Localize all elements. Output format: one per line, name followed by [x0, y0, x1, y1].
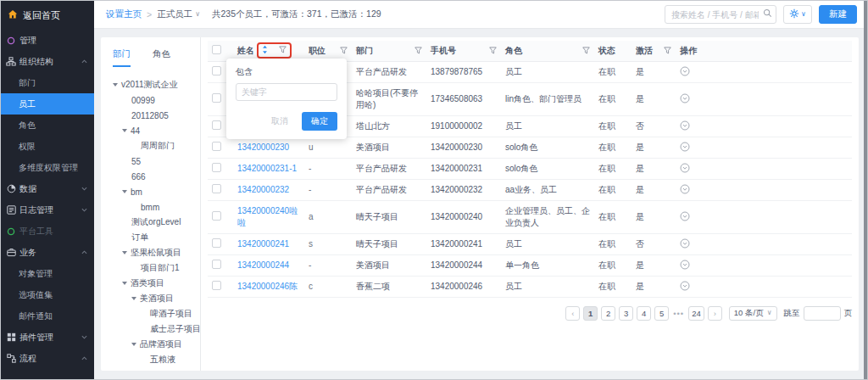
- row-actions-dropdown-icon[interactable]: [680, 283, 690, 293]
- sidebar-item-ring[interactable]: 平台工具: [1, 221, 94, 242]
- tree-node[interactable]: 44: [113, 123, 200, 138]
- sidebar-item-flow[interactable]: 流程: [1, 348, 94, 369]
- row-checkbox[interactable]: [212, 184, 221, 193]
- tree-node[interactable]: 坚果松鼠项目: [113, 245, 200, 260]
- tree-node[interactable]: 测试orgLevel: [113, 215, 200, 230]
- tree-node[interactable]: bm: [113, 184, 200, 199]
- row-actions-dropdown-icon[interactable]: [680, 187, 690, 196]
- tree-node[interactable]: 20112805: [113, 108, 200, 123]
- sidebar-item-sub[interactable]: 部门: [1, 72, 94, 93]
- sidebar-item-pie[interactable]: 数据: [1, 178, 94, 199]
- breadcrumb-current-dropdown[interactable]: 正式员工 ∨: [157, 8, 200, 20]
- tree-expand-icon[interactable]: [131, 297, 136, 300]
- row-checkbox[interactable]: [212, 238, 221, 248]
- sidebar-item-briefcase[interactable]: 业务: [1, 242, 94, 263]
- sidebar-item-grid[interactable]: 插件管理: [1, 327, 94, 348]
- tree-node[interactable]: 周周部门: [113, 138, 200, 154]
- sidebar-item-sub[interactable]: 多维度权限管理: [1, 157, 94, 178]
- create-new-button[interactable]: 新建: [819, 5, 857, 24]
- sidebar-item-sub[interactable]: 角色: [1, 115, 94, 136]
- page-button-24[interactable]: 24: [688, 306, 704, 321]
- employee-name-link[interactable]: 13420000231-1: [237, 164, 297, 173]
- tree-expand-icon[interactable]: [131, 343, 136, 346]
- row-checkbox[interactable]: [212, 163, 221, 172]
- tree-expand-icon[interactable]: [122, 190, 127, 193]
- tree-node[interactable]: 订单: [113, 230, 200, 245]
- prev-page-button[interactable]: ‹: [565, 306, 580, 321]
- tree-expand-icon[interactable]: [122, 129, 127, 132]
- filter-funnel-icon[interactable]: [415, 47, 422, 54]
- sidebar-item-log[interactable]: 日志管理: [1, 199, 94, 221]
- tree-node[interactable]: 666: [113, 169, 200, 184]
- window-scrollbar[interactable]: [864, 1, 867, 379]
- sidebar-item-sub[interactable]: 选项值集: [1, 284, 94, 305]
- employee-name-link[interactable]: 13420000244: [237, 260, 289, 270]
- sidebar-item-org[interactable]: 组织结构: [1, 51, 94, 72]
- tab-department[interactable]: 部门: [113, 48, 131, 67]
- filter-keyword-input[interactable]: [236, 83, 337, 101]
- row-actions-dropdown-icon[interactable]: [680, 214, 690, 223]
- filter-funnel-icon[interactable]: [279, 46, 287, 55]
- employee-name-link[interactable]: 13420000232: [237, 185, 289, 194]
- row-checkbox[interactable]: [212, 120, 221, 130]
- tree-node[interactable]: 55: [113, 154, 200, 169]
- filter-funnel-icon[interactable]: [340, 47, 348, 54]
- page-button-2[interactable]: 2: [601, 306, 615, 321]
- page-button-3[interactable]: 3: [619, 306, 633, 321]
- tree-node[interactable]: 威士忌子项目: [113, 321, 200, 337]
- sidebar-item-sub[interactable]: 权限: [1, 136, 94, 157]
- page-button-4[interactable]: 4: [637, 306, 651, 321]
- sort-icon[interactable]: [262, 45, 268, 56]
- tree-node[interactable]: Lee: [113, 367, 200, 371]
- tree-node[interactable]: 美酒项目: [113, 291, 200, 306]
- tree-node[interactable]: 酒类项目: [113, 276, 200, 291]
- settings-dropdown-button[interactable]: ∨: [783, 5, 812, 24]
- sidebar-item-back-home[interactable]: 返回首页: [1, 1, 94, 30]
- page-button-1[interactable]: 1: [583, 306, 598, 321]
- row-checkbox[interactable]: [212, 211, 221, 221]
- tree-expand-icon[interactable]: [122, 282, 127, 285]
- filter-funnel-icon[interactable]: [489, 47, 497, 54]
- breadcrumb-home-link[interactable]: 设置主页: [106, 8, 142, 20]
- filter-funnel-icon[interactable]: [582, 47, 590, 54]
- row-actions-dropdown-icon[interactable]: [680, 144, 690, 154]
- tree-node[interactable]: 五粮液: [113, 352, 200, 367]
- row-checkbox[interactable]: [212, 260, 221, 269]
- sidebar-item-sub[interactable]: 对象管理: [1, 263, 94, 284]
- filter-confirm-button[interactable]: 确定: [302, 112, 337, 131]
- row-checkbox[interactable]: [212, 93, 221, 103]
- page-button-5[interactable]: 5: [654, 306, 669, 321]
- page-size-select[interactable]: 10 条/页∨: [729, 306, 777, 321]
- row-checkbox[interactable]: [212, 142, 221, 151]
- tree-node[interactable]: 啤酒子项目: [113, 306, 200, 321]
- row-checkbox[interactable]: [212, 281, 221, 290]
- filter-cancel-button[interactable]: 取消: [266, 115, 293, 128]
- row-checkbox[interactable]: [212, 66, 221, 75]
- tree-node[interactable]: 00999: [113, 92, 200, 108]
- employee-name-link[interactable]: 13420000230: [237, 142, 289, 152]
- tree-node[interactable]: 项目部门1: [113, 260, 200, 276]
- search-input[interactable]: [665, 5, 776, 24]
- select-all-checkbox[interactable]: [212, 45, 221, 54]
- employee-name-link[interactable]: 13420000240啦啦: [237, 206, 298, 227]
- filter-funnel-icon[interactable]: [664, 47, 671, 54]
- employee-name-link[interactable]: 13420000241: [237, 239, 289, 249]
- tree-node[interactable]: 品牌酒项目: [113, 337, 200, 352]
- tree-expand-icon[interactable]: [122, 251, 127, 254]
- row-actions-dropdown-icon[interactable]: [680, 241, 690, 250]
- row-actions-dropdown-icon[interactable]: [680, 69, 690, 78]
- next-page-button[interactable]: ›: [708, 306, 722, 321]
- row-actions-dropdown-icon[interactable]: [680, 96, 690, 105]
- row-actions-dropdown-icon[interactable]: [680, 123, 690, 132]
- row-actions-dropdown-icon[interactable]: [680, 165, 690, 175]
- tab-role[interactable]: 角色: [153, 48, 170, 67]
- tree-expand-icon[interactable]: [113, 83, 118, 87]
- sidebar-item-sub[interactable]: 邮件通知: [1, 305, 94, 327]
- employee-name-link[interactable]: 13420000246陈: [237, 282, 298, 291]
- row-actions-dropdown-icon[interactable]: [680, 262, 690, 271]
- jump-page-input[interactable]: [804, 306, 841, 321]
- sidebar-item-ring[interactable]: 管理: [1, 30, 94, 51]
- tree-node[interactable]: bmm: [113, 199, 200, 215]
- tree-node[interactable]: v2011测试企业: [113, 77, 200, 92]
- sidebar-item-sub[interactable]: 员工: [1, 93, 94, 115]
